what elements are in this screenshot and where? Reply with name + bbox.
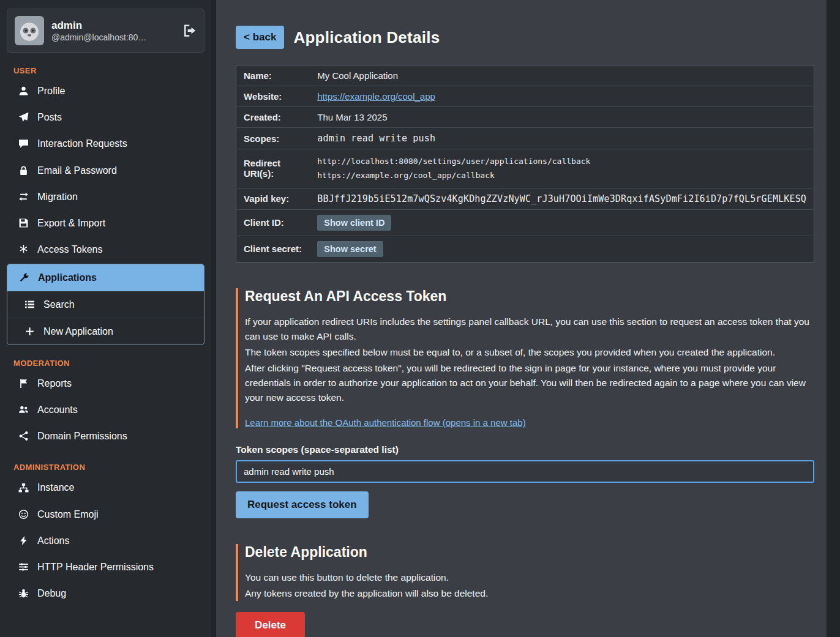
sidebar-item-access-tokens[interactable]: Access Tokens — [0, 236, 211, 263]
section-paragraph: Any tokens created by the application wi… — [245, 586, 814, 601]
website-link[interactable]: https://example.org/cool_app — [317, 91, 435, 102]
table-row-created: Created: Thu Mar 13 2025 — [236, 107, 814, 128]
back-button[interactable]: < back — [236, 26, 284, 49]
bolt-icon — [17, 535, 29, 546]
page-header: < back Application Details — [236, 26, 827, 49]
sidebar-item-interaction-requests[interactable]: Interaction Requests — [0, 130, 211, 157]
sidebar-item-label: Migration — [37, 191, 78, 203]
row-value: admin read write push — [310, 128, 814, 149]
section-paragraph: After clicking "Request access token", y… — [245, 361, 814, 405]
section-title-user: USER — [0, 66, 211, 75]
table-row-scopes: Scopes: admin read write push — [236, 128, 814, 149]
sidebar-item-domain-permissions[interactable]: Domain Permissions — [0, 423, 211, 449]
avatar — [15, 16, 44, 45]
sidebar-item-migration[interactable]: Migration — [0, 184, 211, 210]
row-label: Name: — [236, 65, 310, 86]
sidebar-item-label: Custom Emoji — [37, 508, 99, 520]
sidebar-item-label: Debug — [37, 587, 66, 599]
user-icon — [17, 86, 29, 96]
show-secret-button[interactable]: Show secret — [317, 241, 383, 257]
page-title: Application Details — [293, 28, 440, 47]
section-title: Request An API Access Token — [245, 288, 814, 305]
sidebar-item-label: Export & Import — [37, 217, 105, 229]
table-row-redirect-uris: Redirect URI(s): http://localhost:8080/s… — [236, 149, 814, 188]
sidebar: admin @admin@localhost:80… USER Profile … — [0, 0, 211, 637]
user-meta: admin @admin@localhost:80… — [51, 19, 146, 43]
sidebar-item-applications[interactable]: Applications — [7, 264, 204, 291]
paper-plane-icon — [17, 112, 29, 122]
sidebar-item-new-application[interactable]: New Application — [7, 318, 204, 345]
table-row-name: Name: My Cool Application — [236, 65, 814, 86]
user-name: admin — [51, 19, 146, 33]
sidebar-item-custom-emoji[interactable]: Custom Emoji — [0, 501, 211, 527]
bug-icon — [17, 588, 29, 598]
table-row-vapid-key: Vapid key: BBJffJ219b5iE512m7wQSzv4KgKDh… — [236, 188, 814, 209]
request-token-blurb: Request An API Access Token If your appl… — [236, 288, 814, 428]
sidebar-item-profile[interactable]: Profile — [0, 78, 211, 104]
redirect-uri: http://localhost:8080/settings/user/appl… — [317, 154, 806, 168]
sidebar-item-label: Reports — [37, 378, 72, 389]
request-token-section: Request An API Access Token If your appl… — [236, 288, 814, 518]
section-title-administration: ADMINISTRATION — [0, 463, 211, 472]
section-paragraph: You can use this button to delete the ap… — [245, 570, 814, 585]
sidebar-item-accounts[interactable]: Accounts — [0, 397, 211, 423]
sidebar-item-label: Accounts — [37, 404, 78, 415]
user-card[interactable]: admin @admin@localhost:80… — [7, 9, 204, 53]
sidebar-group-applications: Applications Search New Application — [7, 264, 204, 345]
list-icon — [23, 299, 36, 310]
row-label: Vapid key: — [236, 188, 310, 209]
comment-icon — [17, 138, 29, 149]
sidebar-item-email-password[interactable]: Email & Password — [0, 157, 211, 184]
sidebar-item-label: Instance — [37, 482, 74, 493]
main-content: < back Application Details Name: My Cool… — [211, 0, 840, 637]
sliders-icon — [17, 562, 29, 572]
request-access-token-button[interactable]: Request access token — [236, 491, 369, 518]
sidebar-item-label: Domain Permissions — [37, 430, 127, 442]
sidebar-item-label: Posts — [37, 111, 62, 123]
sitemap-icon — [17, 483, 29, 493]
sidebar-item-label: Actions — [37, 535, 69, 546]
sidebar-item-label: New Application — [43, 326, 113, 337]
sidebar-item-posts[interactable]: Posts — [0, 104, 211, 130]
smiley-icon — [17, 509, 29, 520]
sidebar-item-reports[interactable]: Reports — [0, 370, 211, 397]
sign-out-icon[interactable] — [183, 24, 197, 37]
delete-button[interactable]: Delete — [236, 612, 305, 637]
table-row-website: Website: https://example.org/cool_app — [236, 86, 814, 107]
flag-icon — [17, 378, 29, 389]
sidebar-item-label: HTTP Header Permissions — [37, 561, 154, 573]
sidebar-nav-user: Profile Posts Interaction Requests Email… — [0, 78, 211, 263]
row-value: BBJffJ219b5iE512m7wQSzv4KgKDhgZZVzNyWC_r… — [310, 188, 814, 209]
row-value: Thu Mar 13 2025 — [310, 107, 814, 128]
sidebar-item-export-import[interactable]: Export & Import — [0, 210, 211, 236]
save-icon — [17, 218, 29, 228]
sidebar-item-instance[interactable]: Instance — [0, 474, 211, 501]
row-label: Scopes: — [236, 128, 310, 149]
row-label: Website: — [236, 86, 310, 107]
section-paragraph: The token scopes specified below must be… — [245, 345, 814, 360]
sidebar-item-applications-search[interactable]: Search — [7, 291, 204, 318]
plus-icon — [23, 326, 36, 337]
user-handle: @admin@localhost:80… — [51, 32, 146, 42]
sidebar-item-debug[interactable]: Debug — [0, 580, 211, 606]
sidebar-nav-administration: Instance Custom Emoji Actions HTTP Heade… — [0, 474, 211, 606]
users-icon — [17, 404, 29, 415]
sidebar-item-http-header-permissions[interactable]: HTTP Header Permissions — [0, 554, 211, 580]
share-nodes-icon — [17, 431, 29, 441]
token-scopes-input[interactable] — [236, 460, 814, 483]
token-scopes-label: Token scopes (space-separated list) — [236, 444, 814, 455]
app-root: admin @admin@localhost:80… USER Profile … — [0, 0, 840, 637]
section-title: Delete Application — [245, 544, 814, 561]
table-row-client-secret: Client secret: Show secret — [236, 236, 814, 262]
show-client-id-button[interactable]: Show client ID — [317, 215, 391, 231]
row-label: Client ID: — [236, 209, 310, 236]
application-details-table: Name: My Cool Application Website: https… — [236, 65, 814, 263]
asterisk-icon — [17, 244, 29, 255]
lock-icon — [17, 165, 29, 176]
oauth-docs-link[interactable]: Learn more about the OAuth authenticatio… — [245, 417, 526, 428]
row-label: Client secret: — [236, 236, 310, 262]
sidebar-item-label: Email & Password — [37, 165, 117, 176]
sidebar-item-label: Search — [43, 299, 75, 310]
sidebar-item-actions[interactable]: Actions — [0, 527, 211, 554]
row-label: Redirect URI(s): — [236, 149, 310, 188]
